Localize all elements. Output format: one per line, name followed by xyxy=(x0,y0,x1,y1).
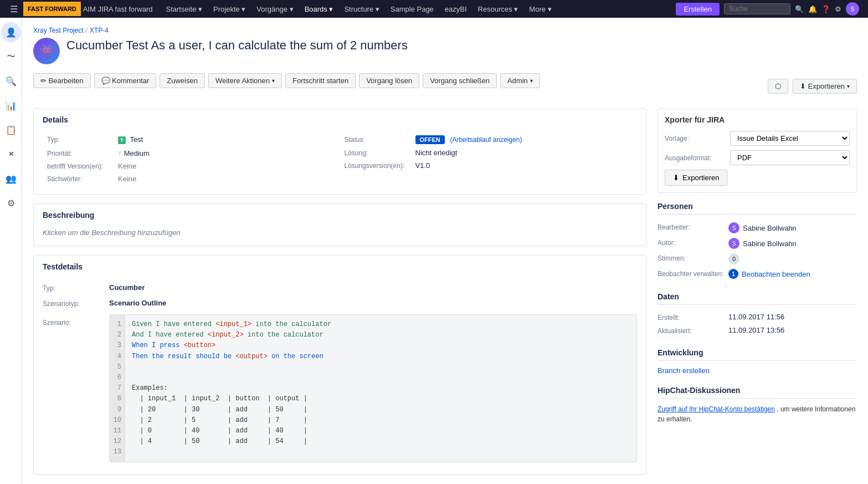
breadcrumb-project[interactable]: Xray Test Project xyxy=(33,27,83,34)
assign-button[interactable]: Zuweisen xyxy=(160,73,205,88)
nav-startseite[interactable]: Startseite ▾ xyxy=(162,3,207,16)
issue-header: 👾 Cucumber Test As a user, I can calcula… xyxy=(33,38,857,64)
admin-button[interactable]: Admin xyxy=(500,73,540,88)
updated-label: Aktualisiert: xyxy=(658,326,724,335)
details-body: Typ: T Test Priorität: ↑ xyxy=(34,129,646,194)
edit-button[interactable]: ✏ Bearbeiten xyxy=(33,73,91,88)
format-row: Ausgabeformat: PDF xyxy=(665,150,850,165)
xporter-title: Xporter für JIRA xyxy=(665,115,850,124)
solution-version-row: Lösungsversion(en): V1.0 xyxy=(345,159,633,172)
status-label: Status: xyxy=(345,136,411,144)
main-content-area: Xray Test Project / XTP-4 👾 Cucumber Tes… xyxy=(22,18,868,484)
author-avatar: S xyxy=(728,238,739,249)
version-value: Keine xyxy=(118,162,136,170)
sidebar: 👤 〜 🔍 📊 📋 ✕ 👥 ⚙ xyxy=(0,18,22,484)
description-title: Beschreibung xyxy=(34,204,646,224)
type-value: T Test xyxy=(118,135,143,144)
personen-title: Personen xyxy=(658,202,857,215)
issue-avatar: 👾 xyxy=(33,38,60,64)
sidebar-item-settings[interactable]: ⚙ xyxy=(1,193,21,213)
issue-title: Cucumber Test As a user, I can calculate… xyxy=(66,38,408,54)
testdetails-title: Testdetails xyxy=(34,256,646,276)
start-progress-button[interactable]: Fortschritt starten xyxy=(285,73,356,88)
export-button[interactable]: ⬇ Exportieren xyxy=(793,79,857,94)
personen-section: Personen Bearbeiter: S Sabine Bollwahn A… xyxy=(658,202,857,281)
nav-projekte[interactable]: Projekte ▾ xyxy=(209,3,250,16)
watch-link[interactable]: Beobachten beenden xyxy=(742,270,810,278)
author-label: Autor: xyxy=(658,238,724,247)
help-icon[interactable]: ❓ xyxy=(821,5,830,13)
top-right-actions: ⬡ ⬇ Exportieren xyxy=(768,79,857,94)
comment-button[interactable]: 💬 Kommentar xyxy=(94,73,157,88)
bell-icon[interactable]: 🔔 xyxy=(808,5,817,13)
keywords-label: Stichwörter: xyxy=(47,175,114,183)
format-select[interactable]: PDF xyxy=(730,150,850,165)
branch-create-link[interactable]: Branch erstellen xyxy=(658,366,710,375)
version-row: betrifft Version(en): Keine xyxy=(47,160,336,172)
details-right: Status: OFFEN (Arbeitsablauf anzeigen) L… xyxy=(340,133,638,185)
sidebar-item-xray[interactable]: ✕ xyxy=(1,144,21,164)
daten-section: Daten Erstellt: 11.09.2017 11:56 Aktuali… xyxy=(658,292,857,337)
scenario-label: Szenario: xyxy=(43,314,109,327)
nav-structure[interactable]: Structure ▾ xyxy=(340,3,383,16)
nav-vorgaenge[interactable]: Vorgänge ▾ xyxy=(252,3,297,16)
sidebar-item-search[interactable]: 🔍 xyxy=(1,71,21,91)
sidebar-item-teams[interactable]: 👥 xyxy=(1,169,21,188)
nav-items: Startseite ▾ Projekte ▾ Vorgänge ▾ Board… xyxy=(162,3,672,16)
votes-row: Stimmen: 0 xyxy=(658,251,857,267)
content-main: Details Typ: T Test xyxy=(33,108,646,484)
testtype-row: Typ: Cucumber xyxy=(43,280,637,296)
priority-icon: ↑ xyxy=(118,149,122,157)
more-actions-button[interactable]: Weitere Aktionen xyxy=(208,73,282,88)
nav-eazybi[interactable]: eazyBI xyxy=(440,3,471,16)
nav-more[interactable]: More ▾ xyxy=(525,3,556,16)
votes-badge[interactable]: 0 xyxy=(728,253,739,264)
close-issue-button[interactable]: Vorgang schließen xyxy=(423,73,497,88)
sidebar-item-user[interactable]: 👤 xyxy=(1,22,21,42)
breadcrumb-separator: / xyxy=(85,27,87,34)
editor-row: Bearbeiter: S Sabine Bollwahn xyxy=(658,220,857,236)
create-button[interactable]: Erstellen xyxy=(676,3,720,16)
watch-badge: 1 xyxy=(728,269,738,279)
resolve-button[interactable]: Vorgang lösen xyxy=(359,73,419,88)
solution-version-value: V1.0 xyxy=(415,161,430,170)
logo[interactable]: FAST FORWARD xyxy=(23,2,81,16)
scenario-row: Szenario: 12345 678910 111213 Given I ha… xyxy=(43,311,637,466)
created-value: 11.09.2017 11:56 xyxy=(728,313,784,321)
solution-value: Nicht erledigt xyxy=(415,149,458,157)
nav-resources[interactable]: Resources ▾ xyxy=(474,3,523,16)
status-row: Status: OFFEN (Arbeitsablauf anzeigen) xyxy=(345,133,633,146)
version-label: betrifft Version(en): xyxy=(47,162,114,170)
description-placeholder[interactable]: Klicken um die Beschreibung hinzuzufügen xyxy=(43,228,637,237)
top-navigation: ☰ FAST FORWARD AIM JIRA fast forward Sta… xyxy=(0,0,868,18)
votes-value: 0 xyxy=(728,253,739,264)
template-select[interactable]: Issue Details Excel xyxy=(730,131,850,146)
xporter-export-button[interactable]: ⬇ Exportieren xyxy=(665,170,727,186)
hipchat-link[interactable]: Zugriff auf Ihr HipChat-Konto bestätigen xyxy=(658,405,775,413)
code-content: Given I have entered <input_1> into the … xyxy=(125,315,636,462)
user-avatar[interactable]: S xyxy=(846,2,859,16)
sidebar-item-board[interactable]: 📋 xyxy=(1,120,21,140)
search-icon[interactable]: 🔍 xyxy=(795,5,804,13)
template-row: Vorlage: Issue Details Excel xyxy=(665,131,850,146)
status-badge: OFFEN xyxy=(415,135,445,144)
settings-icon[interactable]: ⚙ xyxy=(835,5,841,13)
nav-boards[interactable]: Boards ▾ xyxy=(300,3,338,16)
hamburger-menu[interactable]: ☰ xyxy=(4,4,23,14)
share-button[interactable]: ⬡ xyxy=(768,79,788,94)
updated-value: 11.09.2017 13:56 xyxy=(728,326,784,334)
search-input[interactable] xyxy=(724,3,790,14)
status-workflow-link[interactable]: (Arbeitsablauf anzeigen) xyxy=(450,136,522,144)
editor-value: S Sabine Bollwahn xyxy=(728,222,797,233)
solution-version-label: Lösungsversion(en): xyxy=(345,162,411,170)
nav-sample-page[interactable]: Sample Page xyxy=(386,3,438,16)
action-bar: ✏ Bearbeiten 💬 Kommentar Zuweisen Weiter… xyxy=(33,73,540,88)
breadcrumb-issue-id[interactable]: XTP-4 xyxy=(90,27,109,34)
breadcrumb: Xray Test Project / XTP-4 xyxy=(33,27,857,34)
sidebar-item-activity[interactable]: 〜 xyxy=(1,47,21,67)
status-value: OFFEN (Arbeitsablauf anzeigen) xyxy=(415,135,522,144)
sidebar-item-charts[interactable]: 📊 xyxy=(1,95,21,115)
hipchat-title: HipChat-Diskussionen xyxy=(658,386,857,399)
author-row: Autor: S Sabine Bollwahn xyxy=(658,236,857,251)
scenario-type-value: Scenario Outline xyxy=(109,299,166,307)
